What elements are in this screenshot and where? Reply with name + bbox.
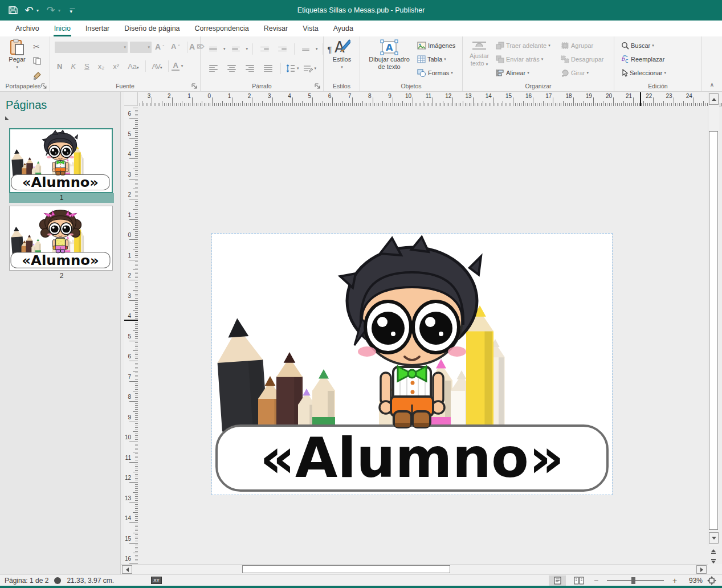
underline-button[interactable]: S [81, 62, 93, 71]
customize-qat-button[interactable]: —▾ [65, 2, 80, 18]
align-left-button[interactable] [206, 65, 221, 72]
cut-button[interactable]: ✂ [33, 42, 40, 51]
grow-font-icon: ˆ [162, 44, 164, 50]
columns-button[interactable] [299, 48, 312, 51]
tab-diseno-de-pagina[interactable]: Diseño de página [117, 21, 187, 36]
scroll-left-button[interactable] [122, 565, 132, 574]
font-dialog-launcher[interactable] [191, 83, 198, 89]
font-color-button[interactable]: A [172, 61, 179, 71]
styles-button[interactable]: A Estilos ▾ [328, 39, 356, 71]
zoom-slider-thumb[interactable] [631, 577, 635, 584]
previous-page-button[interactable] [708, 547, 718, 556]
page-thumbnail-1[interactable]: 1 [9, 128, 114, 203]
tab-insertar[interactable]: Insertar [78, 21, 117, 36]
table-label: Tabla [427, 56, 442, 63]
zoom-out-button[interactable]: − [592, 576, 600, 585]
pages-panel-collapse-icon[interactable] [5, 116, 9, 120]
increase-indent-button[interactable] [275, 47, 289, 52]
two-page-view-button[interactable] [570, 575, 588, 586]
font-name-combo[interactable]: ▾ [55, 42, 128, 53]
horizontal-scroll-thumb[interactable] [242, 565, 450, 573]
canvas[interactable] [138, 106, 708, 565]
draw-text-box-button[interactable]: A Dibujar cuadro de texto [365, 39, 414, 71]
select-button[interactable]: Seleccionar▾ [621, 69, 666, 77]
find-icon [621, 42, 629, 50]
zoom-level[interactable]: 93% [683, 577, 703, 585]
page-thumbnail-2[interactable]: 2 [9, 206, 114, 280]
bullets-dropdown-icon[interactable]: ▾ [223, 47, 226, 51]
rotate-icon [561, 69, 569, 77]
italic-button[interactable]: K [67, 62, 79, 71]
align-button[interactable]: Alinear▾ [496, 69, 529, 77]
collapse-ribbon-button[interactable]: ∧ [710, 81, 714, 88]
paragraph-dialog-launcher[interactable] [315, 83, 321, 89]
bold-button[interactable]: N [54, 62, 66, 71]
send-backward-button[interactable]: Enviar atrás▾ [496, 55, 543, 63]
object-size-icon: XY [151, 577, 162, 584]
fit-page-button[interactable] [707, 576, 716, 585]
paste-button[interactable]: Pegar ▾ [3, 39, 31, 71]
align-center-button[interactable] [225, 65, 239, 72]
tab-inicio[interactable]: Inicio [47, 21, 78, 36]
draw-text-box-label: Dibujar cuadro de texto [365, 56, 414, 71]
vertical-scrollbar[interactable] [708, 92, 719, 546]
horizontal-scrollbar[interactable] [121, 564, 708, 574]
zoom-slider[interactable] [607, 580, 664, 581]
rotate-button[interactable]: Girar▾ [561, 69, 589, 77]
numbering-button[interactable] [229, 47, 243, 52]
character-spacing-button[interactable]: AV▾ [149, 62, 166, 71]
scroll-up-button[interactable] [709, 93, 719, 105]
tab-vista[interactable]: Vista [295, 21, 326, 36]
table-button[interactable]: Tabla▾ [417, 55, 446, 63]
columns-dropdown-icon[interactable]: ▾ [316, 47, 318, 51]
zoom-in-button[interactable]: + [671, 576, 679, 585]
undo-button[interactable]: ↶ [22, 2, 36, 18]
line-spacing-button[interactable]: ▾ [286, 64, 299, 72]
copy-icon [33, 57, 41, 65]
decrease-indent-button[interactable] [258, 47, 272, 52]
clipboard-dialog-launcher[interactable] [41, 83, 47, 89]
font-color-dropdown-icon[interactable]: ▾ [181, 64, 183, 68]
tab-ayuda[interactable]: Ayuda [326, 21, 361, 36]
tab-archivo[interactable]: Archivo [8, 21, 47, 36]
publication-page[interactable] [212, 234, 612, 495]
vertical-scroll-thumb[interactable] [709, 131, 718, 530]
text-fit-button[interactable]: ▾ [303, 64, 317, 72]
superscript-button[interactable]: x² [109, 62, 123, 71]
tab-revisar[interactable]: Revisar [256, 21, 295, 36]
align-right-button[interactable] [243, 65, 257, 72]
ungroup-button[interactable]: Desagrupar [561, 55, 603, 63]
images-button[interactable]: Imágenes [417, 42, 455, 50]
save-button[interactable] [6, 2, 21, 18]
bullets-button[interactable] [206, 47, 220, 52]
redo-dropdown-icon[interactable]: ▾ [58, 8, 64, 13]
ribbon-tab-row: Archivo Inicio Insertar Diseño de página… [0, 21, 722, 36]
subscript-button[interactable]: x₂ [95, 62, 108, 71]
wrap-text-button[interactable]: Ajustar texto ▾ [466, 39, 492, 68]
scroll-right-button[interactable] [696, 565, 707, 574]
find-button[interactable]: Buscar▾ [621, 42, 654, 50]
copy-button[interactable] [33, 57, 41, 65]
undo-dropdown-icon[interactable]: ▾ [36, 8, 42, 13]
styles-dropdown-icon: ▾ [341, 63, 343, 71]
grow-font-button[interactable]: Aˆ [155, 42, 164, 51]
vertical-ruler[interactable]: 654321012345678910111213141516 [124, 106, 138, 565]
tab-correspondencia[interactable]: Correspondencia [187, 21, 256, 36]
format-painter-button[interactable] [33, 72, 41, 80]
scroll-down-button[interactable] [709, 532, 719, 544]
redo-button[interactable]: ↷ [43, 2, 58, 18]
horizontal-ruler[interactable]: 3210123456789101112131415161718192021222… [138, 92, 722, 107]
shapes-icon [417, 69, 426, 77]
shrink-font-button[interactable]: Aˇ [171, 42, 180, 51]
bring-forward-button[interactable]: Traer adelante▾ [496, 42, 550, 50]
numbering-dropdown-icon[interactable]: ▾ [246, 47, 248, 51]
change-case-button[interactable]: Aa▾ [124, 62, 142, 71]
single-page-view-button[interactable] [549, 575, 566, 586]
justify-button[interactable] [261, 65, 275, 72]
replace-button[interactable]: b c Reemplazar [621, 55, 664, 63]
group-button[interactable]: Agrupar [561, 42, 593, 50]
shapes-button[interactable]: Formas▾ [417, 69, 453, 77]
font-size-combo[interactable]: ▾ [130, 42, 152, 53]
page-indicator[interactable]: Página: 1 de 2 [5, 577, 48, 585]
horizontal-ruler-cursor-marker [640, 92, 641, 106]
